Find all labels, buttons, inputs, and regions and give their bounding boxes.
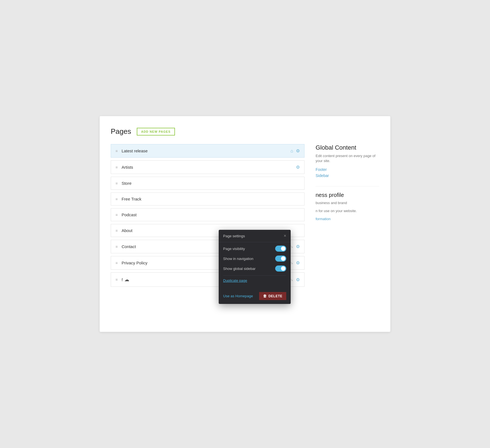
popup-title: Page settings [223,234,245,238]
toggle-row-visibility: Page visibility [223,246,286,252]
page-item-artists: ≡ Artists ⚙ [111,160,305,174]
gear-icon-contact[interactable]: ⚙ [296,244,300,249]
page-item-podcast: ≡ Podcast [111,208,305,221]
popup-header: Page settings × [219,230,291,242]
page-icons-social: ↘ ⚙ [290,277,300,282]
visibility-toggle[interactable] [275,246,286,252]
facebook-icon: f [122,277,123,282]
sidebar-label: Show global sidebar [223,267,256,271]
popup-footer: Use as Homepage 🗑 DELETE [219,289,291,304]
sidebar-link[interactable]: Sidebar [316,173,379,178]
popup-divider-1 [223,275,286,276]
page-item-store: ≡ Store [111,177,305,190]
visibility-slider [275,246,286,252]
global-content-title: Global Content [316,144,379,151]
drag-handle-artists[interactable]: ≡ [115,165,118,170]
gear-icon-privacy-policy[interactable]: ⚙ [296,260,300,265]
visibility-label: Page visibility [223,247,245,251]
page-name-artists: Artists [122,165,296,170]
profile-title: ness profile [316,192,379,198]
navigation-toggle[interactable] [275,256,286,262]
main-container: Pages ADD NEW PAGES ≡ Latest release ⌂ ⚙… [100,116,390,332]
drag-handle-contact[interactable]: ≡ [115,244,118,249]
page-item-free-track: ≡ Free Track [111,192,305,205]
drag-handle-store[interactable]: ≡ [115,181,118,186]
soundcloud-icon: ☁ [124,277,129,283]
duplicate-page-link[interactable]: Duplicate page [223,278,286,283]
page-title: Pages [111,127,131,136]
global-content-description: Edit content present on every page of yo… [316,153,379,163]
toggle-row-navigation: Show in navigation [223,256,286,262]
social-icons-row: f ☁ [122,277,129,283]
page-icons-contact: ↘ ⚙ [290,244,300,249]
profile-section: ness profile business and brand n for us… [316,186,379,221]
home-icon-latest-release[interactable]: ⌂ [290,149,293,153]
sidebar-toggle[interactable] [275,265,286,272]
page-name-store: Store [122,181,300,186]
page-icons-privacy-policy: ↘ ⚙ [290,260,300,265]
content-area: ≡ Latest release ⌂ ⚙ ≡ Artists ⚙ ≡ Store [111,144,379,290]
gear-icon-latest-release[interactable]: ⚙ [296,148,300,153]
toggle-row-sidebar: Show global sidebar [223,265,286,272]
navigation-slider [275,256,286,262]
pages-list: ≡ Latest release ⌂ ⚙ ≡ Artists ⚙ ≡ Store [111,144,305,290]
use-as-homepage-link[interactable]: Use as Homepage [223,294,253,298]
footer-link[interactable]: Footer [316,167,379,172]
page-icons-artists: ⚙ [296,165,300,170]
drag-handle-about[interactable]: ≡ [115,228,118,233]
page-header: Pages ADD NEW PAGES [111,127,379,136]
trash-icon: 🗑 [263,294,267,298]
drag-handle-privacy-policy[interactable]: ≡ [115,261,118,265]
gear-icon-artists[interactable]: ⚙ [296,165,300,170]
profile-link[interactable]: formation [316,217,331,221]
gear-icon-social[interactable]: ⚙ [296,277,300,282]
page-settings-popup: Page settings × Page visibility Show in … [219,230,291,304]
profile-desc-2: n for use on your website. [316,209,379,213]
drag-handle-social[interactable]: ≡ [115,277,118,282]
delete-button[interactable]: 🗑 DELETE [259,292,286,300]
sidebar-slider [275,265,286,272]
page-item-latest-release: ≡ Latest release ⌂ ⚙ [111,144,305,158]
page-name-free-track: Free Track [122,197,300,201]
profile-desc-1: business and brand [316,200,379,205]
delete-label: DELETE [269,294,282,298]
page-icons-latest-release: ⌂ ⚙ [290,148,300,153]
right-panel: Global Content Edit content present on e… [316,144,379,290]
drag-handle-free-track[interactable]: ≡ [115,197,118,201]
popup-body: Page visibility Show in navigation [219,242,291,289]
add-new-pages-button[interactable]: ADD NEW PAGES [137,128,175,136]
drag-handle-podcast[interactable]: ≡ [115,213,118,217]
page-name-podcast: Podcast [122,212,300,217]
navigation-label: Show in navigation [223,257,253,261]
drag-handle-latest-release[interactable]: ≡ [115,149,118,153]
page-name-latest-release: Latest release [122,149,290,153]
popup-close-button[interactable]: × [284,234,286,238]
